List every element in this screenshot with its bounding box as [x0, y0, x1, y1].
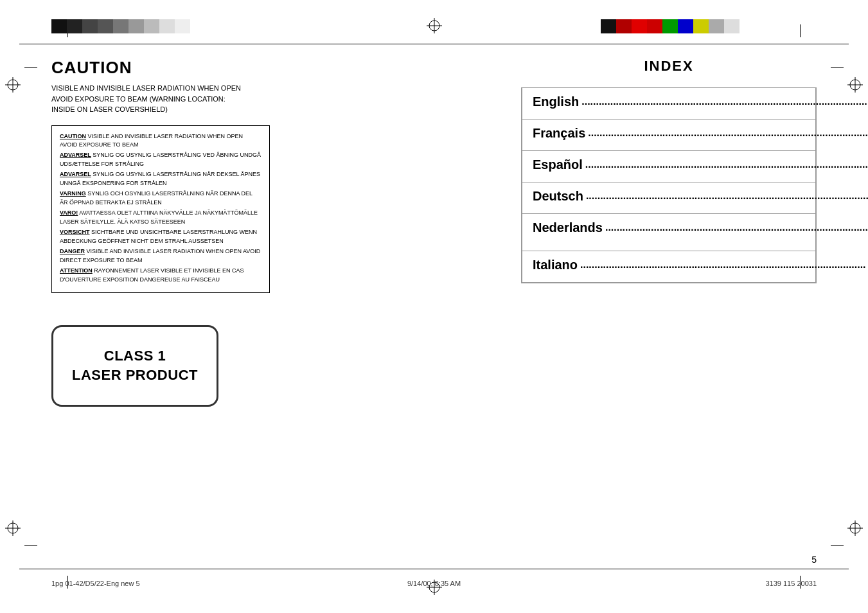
warning-line-5: VARO! AVATTAESSA OLET ALTTIINA NÄKYVÄLLE…: [60, 209, 261, 227]
color-bar-left: [51, 19, 190, 33]
index-lang-nederlands: Nederlands: [533, 220, 603, 235]
index-lang-espanol: Español: [533, 157, 583, 172]
index-row-english: English 6 English: [522, 87, 816, 120]
index-row-espanol: Español 83 Español: [522, 150, 816, 182]
caution-description: VISIBLE AND INVISIBLE LASER RADIATION WH…: [51, 83, 424, 115]
index-entry-deutsch: Deutsch 121: [522, 182, 868, 213]
index-dots-italiano: [580, 256, 866, 271]
trim-mark: [24, 545, 37, 546]
index-table: English 6 English Français 43 Français E…: [521, 87, 817, 283]
index-dots-espanol: [585, 156, 868, 171]
caution-heading: CAUTION: [51, 58, 424, 78]
registration-mark-left-bottom: [5, 520, 21, 536]
right-column: INDEX English 6 English Français 43 Fr: [521, 58, 817, 283]
index-row-francais: Français 43 Français: [522, 119, 816, 151]
index-row-nederlands: Nederlands 161 Nederlands: [522, 213, 816, 251]
trim-mark: [831, 67, 844, 68]
footer-right: 3139 115 20031: [765, 580, 817, 587]
trim-mark: [800, 24, 801, 37]
trim-mark: [24, 67, 37, 68]
page-number: 5: [811, 555, 817, 565]
warning-line-7: DANGER VISIBLE AND INVISIBLE LASER RADIA…: [60, 247, 261, 265]
index-row-deutsch: Deutsch 121 Deutsch: [522, 182, 816, 214]
index-lang-italiano: Italiano: [533, 258, 578, 272]
index-lang-francais: Français: [533, 126, 585, 141]
registration-mark-top: [427, 18, 442, 33]
index-lang-deutsch: Deutsch: [533, 189, 583, 204]
color-bar-right: [601, 19, 740, 33]
warning-box: CAUTION VISIBLE AND INVISIBLE LASER RADI…: [51, 125, 270, 293]
bottom-border: [19, 569, 849, 569]
index-entry-francais: Français 43: [522, 120, 868, 150]
left-column: CAUTION VISIBLE AND INVISIBLE LASER RADI…: [51, 58, 424, 407]
warning-line-8: ATTENTION RAYONNEMENT LASER VISIBLE ET I…: [60, 267, 261, 285]
registration-mark-right-bottom: [847, 520, 863, 536]
warning-line-3: ADVARSEL SYNLIG OG USYNLIG LASERSTRÅLING…: [60, 170, 261, 188]
trim-mark: [831, 545, 844, 546]
index-dots-deutsch: [586, 188, 868, 202]
index-dots-english: [581, 93, 867, 108]
footer-left: 1pg 01-42/D5/22-Eng new 5: [51, 580, 140, 587]
index-entry-italiano: Italiano 199: [522, 251, 868, 282]
laser-product-box: CLASS 1 LASER PRODUCT: [51, 325, 218, 407]
index-entry-english: English 6: [522, 88, 868, 119]
warning-line-4: VARNING SYNLIG OCH OSYNLIG LASERSTRÅLNIN…: [60, 190, 261, 208]
footer-center: 9/14/00, 8:35 AM: [407, 580, 461, 587]
index-entry-espanol: Español 83: [522, 151, 868, 182]
index-lang-english: English: [533, 94, 579, 109]
page: CAUTION VISIBLE AND INVISIBLE LASER RADI…: [0, 0, 868, 613]
warning-line-1: CAUTION VISIBLE AND INVISIBLE LASER RADI…: [60, 132, 261, 150]
index-dots-nederlands: [605, 219, 868, 234]
laser-box-text: CLASS 1 LASER PRODUCT: [66, 346, 204, 386]
warning-line-6: VORSICHT SICHTBARE UND UNSICHTBARE LASER…: [60, 228, 261, 246]
index-row-italiano: Italiano 199 Italiano: [522, 251, 816, 283]
top-border: [19, 44, 849, 44]
index-dots-francais: [588, 125, 868, 139]
registration-mark-left-top: [5, 77, 21, 93]
warning-line-2: ADVARSEL SYNLIG OG USYNLIG LASERSTRÅLING…: [60, 151, 261, 169]
index-entry-nederlands: Nederlands 161: [522, 214, 868, 251]
index-title: INDEX: [521, 58, 817, 75]
